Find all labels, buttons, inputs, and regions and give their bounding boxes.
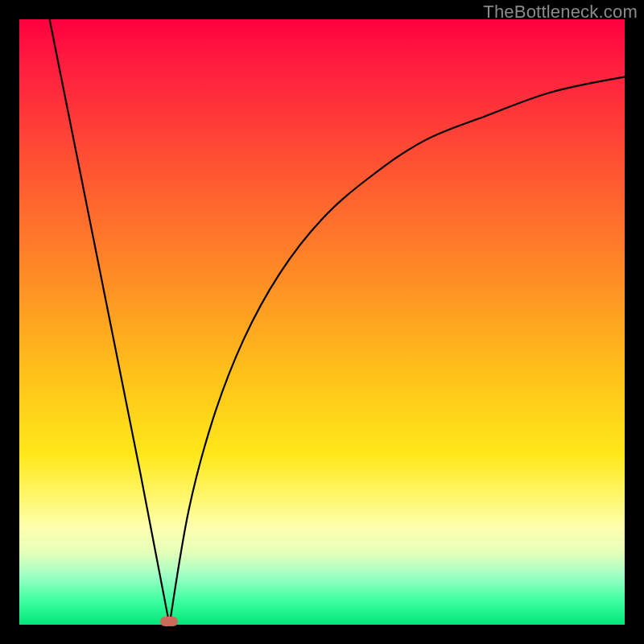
watermark-text: TheBottleneck.com — [483, 2, 638, 23]
curve-left-branch — [50, 19, 170, 625]
curve-right-branch — [170, 76, 625, 625]
plot-area — [19, 19, 625, 625]
chart-frame: TheBottleneck.com — [0, 0, 644, 644]
minimum-marker — [160, 617, 178, 626]
bottleneck-curve — [19, 19, 625, 625]
